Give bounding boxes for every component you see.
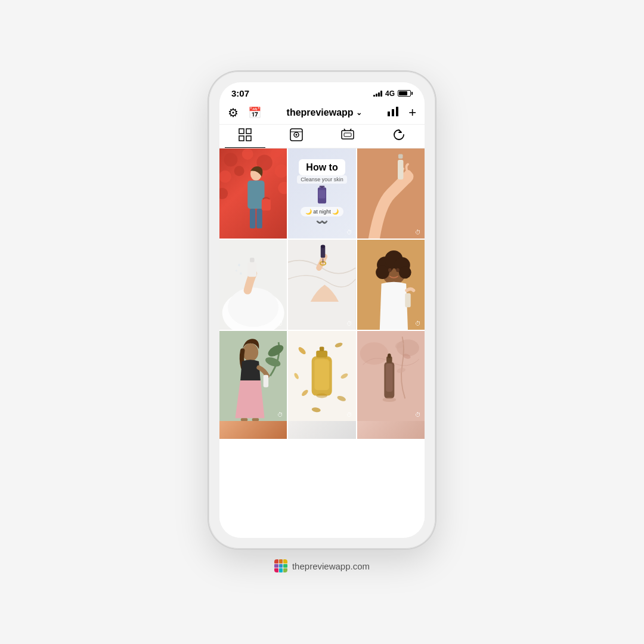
logo-cell-8 (279, 568, 283, 572)
photo-grid: How to Cleanse your skin 🌙 at night 🌙 (219, 148, 425, 421)
tab-bar (219, 125, 425, 148)
svg-point-79 (317, 394, 328, 398)
status-icons: 4G (373, 89, 413, 98)
svg-point-56 (388, 268, 392, 273)
svg-rect-41 (250, 258, 255, 262)
grid-cell-2[interactable]: How to Cleanse your skin 🌙 at night 🌙 (288, 148, 355, 239)
grid-cell-5[interactable]: ⏱ (288, 240, 355, 330)
partial-cell-1 (219, 421, 287, 439)
grid-cell-3[interactable]: ⏱ (357, 148, 425, 239)
logo-cell-1 (274, 559, 278, 564)
tab-tv[interactable] (322, 128, 373, 148)
logo-cell-7 (274, 568, 278, 572)
grid-cell-7[interactable]: ⏱ (219, 331, 287, 421)
logo-cell-9 (283, 568, 287, 572)
svg-rect-87 (386, 364, 392, 392)
svg-point-44 (240, 273, 242, 275)
svg-rect-11 (342, 131, 354, 139)
svg-rect-63 (241, 419, 247, 422)
grid-cell-9[interactable]: ⏱ (357, 331, 425, 421)
page: 3:07 4G ⚙ (0, 0, 644, 644)
svg-point-57 (396, 268, 400, 273)
partial-cell-2 (288, 421, 355, 439)
partial-row (219, 421, 425, 439)
product-illustration (310, 184, 334, 207)
svg-point-22 (219, 188, 228, 199)
svg-point-16 (242, 148, 253, 160)
svg-rect-26 (250, 209, 255, 228)
cell-clock-6: ⏱ (415, 320, 421, 327)
tab-refresh[interactable] (373, 128, 425, 148)
svg-point-43 (236, 270, 237, 272)
svg-point-23 (278, 182, 287, 194)
status-bar: 3:07 4G (219, 82, 425, 101)
signal-icon (373, 90, 382, 97)
svg-rect-1 (392, 109, 394, 116)
settings-icon[interactable]: ⚙ (228, 107, 239, 119)
grid-cell-1[interactable] (219, 148, 287, 239)
logo-cell-6 (283, 564, 287, 568)
svg-rect-5 (239, 136, 244, 141)
grid-cell-8[interactable]: ⏱ (288, 331, 355, 421)
plus-icon[interactable]: + (408, 106, 416, 119)
footer-website: thepreviewapp.com (292, 561, 370, 571)
cell-clock-2: ⏱ (346, 229, 352, 236)
status-time: 3:07 (231, 88, 249, 98)
cell-clock-7: ⏱ (277, 411, 283, 418)
svg-rect-31 (318, 190, 325, 199)
photo-grid-area: How to Cleanse your skin 🌙 at night 🌙 (219, 148, 425, 538)
svg-point-55 (399, 267, 411, 279)
svg-rect-14 (344, 133, 351, 137)
svg-rect-27 (256, 209, 262, 228)
svg-rect-77 (317, 351, 328, 357)
username-text: thepreviewapp (287, 107, 354, 118)
grid-cell-4[interactable]: ⏱ (219, 240, 287, 330)
svg-point-15 (224, 153, 238, 167)
cell-clock-9: ⏱ (415, 411, 421, 418)
header-username[interactable]: thepreviewapp ⌄ (287, 107, 362, 118)
svg-rect-28 (262, 199, 271, 210)
chevron-icon: ⌄ (356, 109, 362, 117)
svg-rect-78 (320, 347, 324, 352)
svg-point-32 (321, 186, 323, 188)
grid-cell-6[interactable]: ⏱ (357, 240, 425, 330)
cell-clock-4: ⏱ (277, 320, 283, 327)
svg-point-62 (243, 343, 258, 361)
tab-grid[interactable] (219, 128, 271, 148)
reels-tab-icon (290, 128, 303, 144)
cell-clock-5: ⏱ (346, 320, 352, 327)
phone-frame: 3:07 4G ⚙ (209, 72, 435, 549)
svg-point-42 (238, 264, 240, 267)
svg-rect-35 (398, 160, 403, 179)
phone-screen: 3:07 4G ⚙ (219, 82, 425, 538)
svg-rect-0 (388, 112, 390, 116)
tab-reels[interactable] (271, 128, 322, 148)
svg-rect-2 (396, 107, 398, 116)
logo-cell-3 (283, 559, 287, 564)
how-to-tag: 🌙 at night 🌙 (301, 207, 344, 216)
grid-tab-icon (239, 128, 252, 144)
svg-rect-3 (239, 129, 244, 134)
svg-point-54 (376, 266, 389, 280)
cell-clock-8: ⏱ (346, 411, 352, 418)
calendar-icon[interactable]: 📅 (248, 107, 261, 118)
svg-rect-6 (246, 136, 251, 141)
how-to-title: How to (299, 159, 345, 175)
footer-logo (274, 559, 287, 572)
svg-rect-58 (405, 293, 410, 308)
logo-cell-5 (279, 564, 283, 568)
how-to-subtitle: Cleanse your skin (297, 175, 347, 184)
svg-point-48 (321, 245, 326, 249)
svg-rect-64 (252, 419, 259, 422)
svg-point-81 (360, 342, 388, 365)
cell-clock-3: ⏱ (415, 229, 421, 236)
partial-cell-3 (357, 421, 425, 439)
svg-point-9 (296, 134, 298, 136)
chart-icon[interactable] (387, 106, 399, 119)
tv-tab-icon (341, 128, 354, 144)
svg-point-34 (403, 170, 412, 184)
network-label: 4G (385, 89, 395, 98)
ig-header: ⚙ 📅 thepreviewapp ⌄ + (219, 101, 425, 125)
wave-emoji: 〰️ (316, 216, 328, 228)
svg-rect-4 (246, 129, 251, 134)
